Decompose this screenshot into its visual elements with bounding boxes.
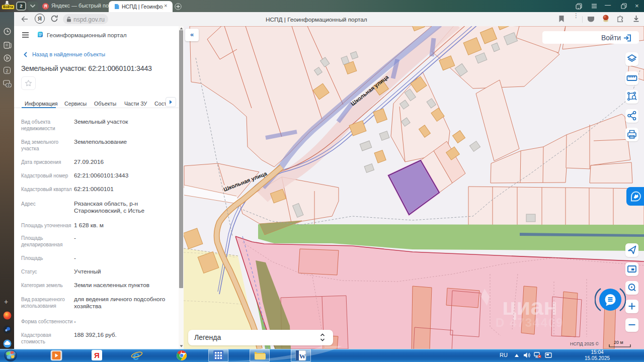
svg-text:e: e	[133, 349, 139, 361]
svg-text:D 4734409: D 4734409	[496, 316, 564, 329]
svg-text:W: W	[299, 352, 306, 360]
